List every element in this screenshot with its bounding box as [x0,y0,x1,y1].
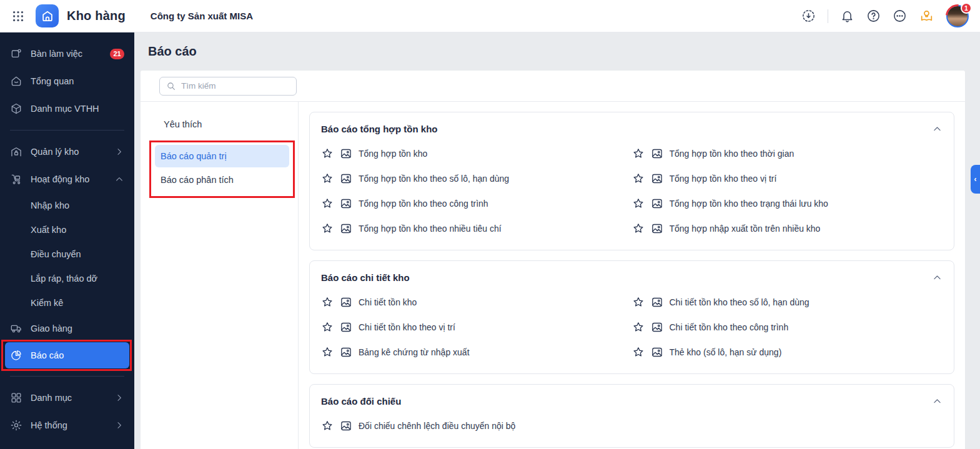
more-icon[interactable] [893,9,907,23]
image-icon[interactable] [340,346,352,358]
search-input[interactable] [181,81,290,91]
image-icon[interactable] [340,147,352,160]
sidebar-item-danh-muc[interactable]: Danh mục [0,384,134,412]
image-icon[interactable] [340,420,352,432]
image-icon[interactable] [651,346,663,358]
bell-icon[interactable] [840,9,854,23]
panel-toolbar [141,71,965,102]
report-link[interactable]: Chi tiết tồn kho theo số lô, hạn dùng [670,297,809,307]
report-row[interactable]: Chi tiết tồn kho theo công trình [632,315,943,340]
report-link[interactable]: Tổng hợp nhập xuất tồn trên nhiều kho [670,224,821,234]
image-icon[interactable] [651,147,663,160]
download-icon[interactable] [801,9,816,23]
sidebar-item-kiem-ke[interactable]: Kiểm kê [0,290,134,315]
report-link[interactable]: Chi tiết tồn kho [359,297,417,307]
star-icon[interactable] [321,346,334,358]
report-row[interactable]: Tổng hợp tồn kho theo công trình [321,191,632,216]
report-row[interactable]: Thẻ kho (số lô, hạn sử dụng) [632,340,943,365]
collapse-up-icon[interactable] [932,396,943,407]
star-icon[interactable] [632,321,645,333]
star-icon[interactable] [321,147,334,160]
star-icon[interactable] [632,346,645,358]
app-title: Kho hàng [67,9,126,23]
sidebar-item-giao-hang[interactable]: Giao hàng [0,315,134,342]
image-icon[interactable] [651,197,663,210]
image-icon[interactable] [651,172,663,185]
report-row[interactable]: Bảng kê chứng từ nhập xuất [321,340,632,365]
submenu-item-bao-cao-phan-tich[interactable]: Báo cáo phân tích [155,169,289,191]
star-icon[interactable] [321,296,334,308]
image-icon[interactable] [340,172,352,185]
apps-grid-icon[interactable] [11,9,25,23]
image-icon[interactable] [340,197,352,210]
report-link[interactable]: Bảng kê chứng từ nhập xuất [359,347,470,357]
star-icon[interactable] [632,296,645,308]
report-link[interactable]: Tổng hợp tồn kho theo trạng thái lưu kho [670,199,828,209]
report-link[interactable]: Tổng hợp tồn kho theo số lô, hạn dùng [359,174,509,184]
report-link[interactable]: Tổng hợp tồn kho theo công trình [359,199,488,209]
collapse-up-icon[interactable] [932,272,943,283]
star-icon[interactable] [321,172,334,185]
sidebar-item-hoat-dong-kho[interactable]: Hoạt động kho [0,165,134,193]
sidebar-item-he-thong[interactable]: Hệ thống [0,412,134,439]
image-icon[interactable] [340,296,352,308]
sidebar-item-tong-quan[interactable]: Tổng quan [0,67,134,95]
star-icon[interactable] [321,222,334,235]
star-icon[interactable] [632,147,645,160]
report-row[interactable]: Chi tiết tồn kho theo số lô, hạn dùng [632,290,943,315]
report-row[interactable]: Chi tiết tồn kho [321,290,632,315]
bulb-icon[interactable] [919,8,934,24]
report-row[interactable]: Tổng hợp tồn kho [321,141,632,166]
image-icon [651,321,663,333]
star-icon[interactable] [321,420,334,432]
report-row[interactable]: Tổng hợp tồn kho theo trạng thái lưu kho [632,191,943,216]
report-row[interactable]: Đối chiếu chênh lệch điều chuyển nội bộ [321,413,632,438]
star-icon [321,197,334,210]
sidebar-item-quan-ly-kho[interactable]: Quản lý kho [0,138,134,165]
star-icon[interactable] [321,321,334,333]
user-avatar[interactable]: 1 [946,5,969,27]
star-icon [321,296,334,308]
sidebar-item-dieu-chuyen[interactable]: Điều chuyển [0,242,134,266]
image-icon[interactable] [340,222,352,235]
report-link[interactable]: Chi tiết tồn kho theo công trình [670,322,789,332]
report-row[interactable]: Tổng hợp tồn kho theo nhiều tiêu chí [321,216,632,241]
sidebar-item-ban-lam-viec[interactable]: Bàn làm việc21 [0,40,134,67]
report-link[interactable]: Đối chiếu chênh lệch điều chuyển nội bộ [359,421,515,431]
sidebar-item-xuat-kho[interactable]: Xuất kho [0,217,134,242]
report-link[interactable]: Tổng hợp tồn kho theo nhiều tiêu chí [359,224,502,234]
report-row[interactable]: Tổng hợp nhập xuất tồn trên nhiều kho [632,216,943,241]
image-icon[interactable] [651,321,663,333]
sidebar-item-bao-cao[interactable]: Báo cáo [5,342,129,368]
sidebar-item-label: Tổng quan [31,76,124,86]
image-icon[interactable] [651,296,663,308]
report-row[interactable]: Tổng hợp tồn kho theo vị trí [632,166,943,191]
star-icon[interactable] [321,197,334,210]
star-icon[interactable] [632,172,645,185]
submenu-item-yeu-thich[interactable]: Yêu thích [141,113,298,136]
report-row[interactable]: Tổng hợp tồn kho theo số lô, hạn dùng [321,166,632,191]
report-row[interactable]: Tổng hợp tồn kho theo thời gian [632,141,943,166]
report-link[interactable]: Chi tiết tồn kho theo vị trí [359,322,455,332]
card-title: Báo cáo chi tiết kho [321,272,410,283]
panel-collapse-tab[interactable]: ‹ [971,165,980,194]
company-name[interactable]: Công ty Sản xuất MISA [151,11,253,21]
report-link[interactable]: Tổng hợp tồn kho theo thời gian [670,149,794,159]
star-icon[interactable] [632,197,645,210]
image-icon[interactable] [340,321,352,333]
report-row[interactable]: Chi tiết tồn kho theo vị trí [321,315,632,340]
report-link[interactable]: Tổng hợp tồn kho [359,149,427,159]
image-icon[interactable] [651,222,663,235]
help-icon[interactable] [866,9,881,23]
sidebar-item-lap-rap-thao-do[interactable]: Lắp ráp, tháo dỡ [0,266,134,290]
collapse-up-icon[interactable] [932,124,943,134]
star-icon[interactable] [632,222,645,235]
sidebar-item-danh-muc-vthh[interactable]: Danh mục VTHH [0,95,134,122]
report-link[interactable]: Tổng hợp tồn kho theo vị trí [670,174,777,184]
submenu-item-bao-cao-quan-tri[interactable]: Báo cáo quản trị [155,145,289,167]
report-link[interactable]: Thẻ kho (số lô, hạn sử dụng) [670,347,782,357]
sidebar-item-label: Kiểm kê [31,298,124,308]
sidebar-item-nhap-kho[interactable]: Nhập kho [0,193,134,217]
app-logo[interactable] [36,4,59,27]
search-box[interactable] [159,77,297,96]
